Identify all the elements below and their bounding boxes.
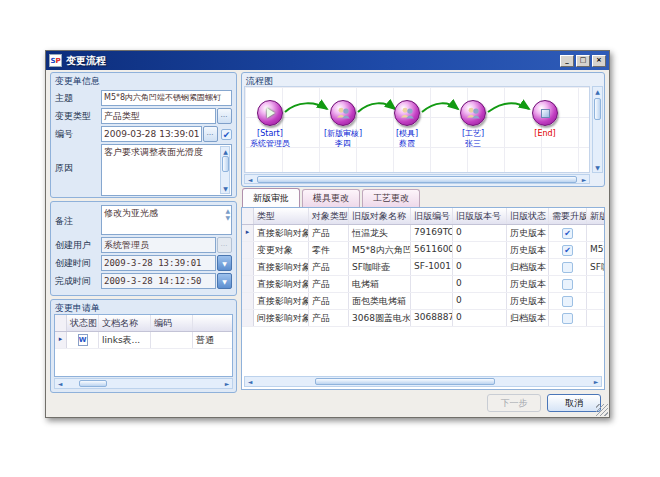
- window-title: 变更流程: [66, 54, 558, 68]
- scroll-up-icon[interactable]: ▲: [593, 87, 602, 96]
- review-node[interactable]: [330, 100, 356, 126]
- grid-row[interactable]: 直接影响对象 产品 电烤箱 0 历史版本: [242, 276, 604, 293]
- grid-row[interactable]: 间接影响对象 产品 3068圆盖电水壶 3068887 0 归档版本: [242, 310, 604, 327]
- status-cell: W: [67, 332, 99, 348]
- cell-old-status: 归档版本: [507, 310, 549, 326]
- cell-new-version: SF咖: [587, 259, 605, 275]
- upgrade-checkbox[interactable]: [562, 262, 573, 273]
- reason-textarea[interactable]: 客户要求调整表面光滑度 ▲ ▼: [101, 144, 232, 196]
- cube-icon: [541, 109, 550, 118]
- flow-chart-panel: 流程图: [241, 72, 605, 187]
- request-hscrollbar[interactable]: ◄ ►: [54, 378, 233, 389]
- cell-type: 变更对象: [254, 242, 309, 258]
- end-node-label: [End]: [503, 129, 587, 139]
- create-time-row: 创建时间 2009-3-28 13:39:01 ▼: [51, 254, 236, 272]
- col-type[interactable]: 类型: [254, 208, 309, 224]
- people-icon: [335, 107, 352, 120]
- remark-textarea[interactable]: 修改为亚光感 ▲▼: [101, 205, 232, 235]
- flow-vscrollbar[interactable]: ▲ ▼: [592, 86, 603, 173]
- word-doc-icon: W: [78, 334, 88, 346]
- scrollbar-thumb[interactable]: [222, 156, 229, 172]
- col-extra[interactable]: [193, 315, 233, 331]
- col-old-name[interactable]: 旧版对象名称: [349, 208, 411, 224]
- cell-old-version: 0: [453, 310, 507, 326]
- end-node[interactable]: [532, 100, 558, 126]
- row-selector-icon: [242, 242, 254, 258]
- col-code[interactable]: 编码: [151, 315, 193, 331]
- col-old-version[interactable]: 旧版版本号: [453, 208, 507, 224]
- change-type-input[interactable]: 产品类型: [101, 108, 216, 124]
- row-selector-icon: ▸: [242, 225, 254, 241]
- cancel-button[interactable]: 取消: [547, 394, 601, 412]
- grid-row[interactable]: 变更对象 零件 M5*8内六角凹... 5611600 0 历史版本 ✔ M5*…: [242, 242, 604, 259]
- number-checkbox[interactable]: ✔: [221, 129, 232, 140]
- cell-old-code: 79169TC: [411, 225, 453, 241]
- people-icon: [399, 107, 416, 120]
- grid-row[interactable]: ▸ 直接影响对象 产品 恒温龙头 79169TC 0 历史版本 ✔: [242, 225, 604, 242]
- upgrade-checkbox[interactable]: [562, 279, 573, 290]
- scrollbar-thumb[interactable]: [594, 98, 601, 120]
- creator-input[interactable]: 系统管理员: [101, 237, 216, 253]
- scroll-right-icon[interactable]: ►: [591, 377, 601, 386]
- resize-grip[interactable]: [596, 404, 608, 416]
- scrollbar-thumb[interactable]: [257, 176, 577, 183]
- subject-input[interactable]: M5*8内六角凹端不锈钢紧固螺钉: [101, 90, 232, 106]
- flow-canvas[interactable]: [Start]系统管理员 [新版审核]李四 [模具]蔡霞 [工艺]张三 [End…: [244, 86, 590, 173]
- tab-new-version-approval[interactable]: 新版审批: [242, 188, 300, 207]
- finish-time-dropdown-icon[interactable]: ▼: [217, 273, 232, 289]
- scroll-left-icon[interactable]: ◄: [245, 175, 255, 184]
- close-button[interactable]: ×: [592, 55, 606, 67]
- change-type-browse-button[interactable]: …: [217, 108, 232, 124]
- col-old-code[interactable]: 旧版编号: [411, 208, 453, 224]
- col-object-type[interactable]: 对象类型: [309, 208, 349, 224]
- grid-row[interactable]: 直接影响对象 产品 SF咖啡壶 SF-1001 0 归档版本 SF咖: [242, 259, 604, 276]
- cell-need-upgrade: ✔: [549, 242, 587, 258]
- grid-row[interactable]: 直接影响对象 产品 面包类电烤箱 0 历史版本: [242, 293, 604, 310]
- scroll-left-icon[interactable]: ◄: [55, 379, 65, 388]
- scroll-up-icon[interactable]: ▲: [221, 147, 230, 156]
- col-old-status[interactable]: 旧版状态: [507, 208, 549, 224]
- tab-mold-change[interactable]: 模具更改: [302, 189, 360, 207]
- scroll-right-icon[interactable]: ►: [579, 175, 589, 184]
- craft-node[interactable]: [460, 100, 486, 126]
- number-label: 编号: [55, 128, 101, 141]
- upgrade-checkbox[interactable]: ✔: [562, 245, 573, 256]
- spinner-icons[interactable]: ▲▼: [225, 207, 230, 221]
- scrollbar-thumb[interactable]: [79, 380, 107, 387]
- row-selector-icon: ▸: [55, 332, 67, 348]
- number-input[interactable]: 2009-03-28 13:39:01: [101, 126, 202, 142]
- flow-hscrollbar[interactable]: ◄ ►: [244, 174, 590, 184]
- start-node[interactable]: [257, 100, 283, 126]
- scrollbar-thumb[interactable]: [315, 378, 495, 385]
- minimize-button[interactable]: _: [560, 55, 574, 67]
- create-time-dropdown-icon[interactable]: ▼: [217, 255, 232, 271]
- reason-scrollbar[interactable]: ▲ ▼: [220, 146, 230, 194]
- mold-node[interactable]: [394, 100, 420, 126]
- upgrade-checkbox[interactable]: [562, 296, 573, 307]
- create-time-input[interactable]: 2009-3-28 13:39:01: [101, 255, 216, 271]
- number-browse-button[interactable]: …: [203, 126, 218, 142]
- col-new-version[interactable]: 新版: [587, 208, 605, 224]
- change-info-panel: 变更单信息 主题 M5*8内六角凹端不锈钢紧固螺钉 变更类型 产品类型 … 编号…: [50, 72, 237, 198]
- col-need-upgrade[interactable]: 需要升版: [549, 208, 587, 224]
- creator-label: 创建用户: [55, 239, 101, 252]
- finish-time-input[interactable]: 2009-3-28 14:12:50: [101, 273, 216, 289]
- scroll-right-icon[interactable]: ►: [222, 379, 232, 388]
- col-status-icon[interactable]: 状态图: [67, 315, 99, 331]
- request-table-header: 状态图 文档名称 编码: [55, 315, 232, 332]
- request-row[interactable]: ▸ W links表... 普通: [55, 332, 232, 349]
- tab-craft-change[interactable]: 工艺更改: [362, 189, 420, 207]
- upgrade-checkbox[interactable]: [562, 313, 573, 324]
- upgrade-checkbox[interactable]: ✔: [562, 228, 573, 239]
- cell-object-type: 产品: [309, 276, 349, 292]
- change-info-header: 变更单信息: [51, 73, 236, 89]
- scroll-down-icon[interactable]: ▼: [221, 184, 230, 193]
- maximize-button[interactable]: □: [576, 55, 590, 67]
- change-type-row: 变更类型 产品类型 …: [51, 107, 236, 125]
- title-bar[interactable]: SP 变更流程 _ □ ×: [46, 51, 609, 70]
- col-doc-name[interactable]: 文档名称: [99, 315, 151, 331]
- scroll-down-icon[interactable]: ▼: [593, 163, 602, 172]
- grid-hscrollbar[interactable]: ◄ ►: [244, 376, 602, 387]
- scroll-left-icon[interactable]: ◄: [245, 377, 255, 386]
- impact-objects-grid: 类型 对象类型 旧版对象名称 旧版编号 旧版版本号 旧版状态 需要升版 新版 ▸…: [241, 207, 605, 390]
